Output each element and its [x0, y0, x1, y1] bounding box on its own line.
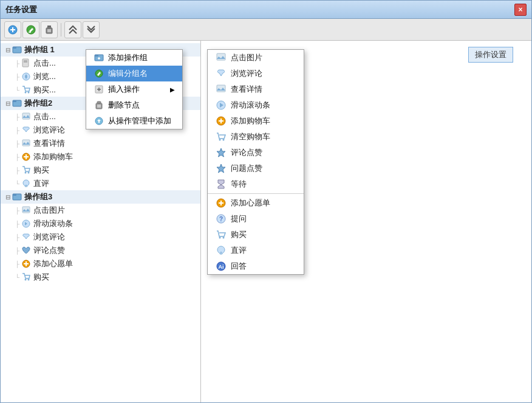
- add-from-manager-label: 从操作管理中添加: [108, 115, 171, 126]
- tree-item-2-4[interactable]: ├ 添加购物车: [1, 150, 200, 164]
- svg-rect-6: [47, 27, 51, 28]
- svg-rect-13: [22, 59, 29, 67]
- submenu-comment-like[interactable]: 评论点赞: [208, 145, 304, 160]
- click-img-icon: [21, 111, 32, 122]
- sm-ask-label: 提问: [231, 213, 247, 224]
- context-insert-op[interactable]: 插入操作 ▶: [86, 81, 182, 97]
- tree-item-3-2[interactable]: ├ 滑动滚动条: [1, 217, 200, 230]
- sm-view-detail-icon: [215, 83, 227, 95]
- insert-op-icon: [94, 84, 104, 95]
- context-add-group[interactable]: 添加操作组: [86, 50, 182, 66]
- browse-review-icon-3: [21, 232, 32, 243]
- submenu-answer[interactable]: Ai 回答: [208, 258, 304, 274]
- sm-clear-cart-icon: [215, 131, 227, 143]
- toolbar: [1, 19, 531, 41]
- sm-answer-icon: Ai: [215, 260, 227, 272]
- submenu-clear-cart[interactable]: 清空购物车: [208, 129, 304, 145]
- delete-node-icon: [94, 100, 104, 111]
- tree-item-3-6[interactable]: └ 购买: [1, 270, 200, 284]
- toolbar-separator-1: [61, 23, 61, 36]
- tree-item-3-4[interactable]: ├ 评论点赞: [1, 244, 200, 257]
- tree-item-3-3[interactable]: ├ 浏览评论: [1, 230, 200, 244]
- item-2-5-label: 购买: [33, 165, 49, 176]
- insert-op-label: 插入操作: [108, 84, 140, 95]
- wishlist-icon-3: [21, 258, 32, 269]
- submenu-click-img[interactable]: 点击图片: [208, 50, 304, 66]
- item-1-3-label: 购买...: [33, 84, 56, 95]
- item-3-4-label: 评论点赞: [33, 245, 65, 256]
- item-2-4-label: 添加购物车: [33, 151, 73, 162]
- submenu-buy[interactable]: 购买: [208, 227, 304, 243]
- submenu-question-like[interactable]: 问题点赞: [208, 160, 304, 176]
- tree-group-3[interactable]: ⊟ 操作组3: [1, 190, 200, 204]
- svg-point-70: [219, 237, 221, 239]
- sm-buy-icon: [215, 229, 227, 241]
- arrow-icon: ▶: [170, 86, 175, 93]
- tree-item-2-3[interactable]: ├ 查看详情: [1, 137, 200, 150]
- sm-question-like-label: 问题点赞: [231, 163, 262, 174]
- submenu-scroll[interactable]: 滑动滚动条: [208, 97, 304, 113]
- main-window: 任务设置 ×: [0, 0, 532, 403]
- add-button[interactable]: [4, 21, 21, 38]
- purchase-icon-3: [21, 272, 32, 283]
- item-1-1-label: 点击...: [33, 58, 56, 69]
- browse-review-icon: [21, 125, 32, 136]
- submenu-view-detail[interactable]: 查看详情: [208, 81, 304, 97]
- tree-item-2-5[interactable]: ├ 购买: [1, 164, 200, 177]
- submenu-browse-review[interactable]: 浏览评论: [208, 66, 304, 81]
- submenu-ask[interactable]: ? 提问: [208, 211, 304, 227]
- svg-rect-12: [13, 47, 16, 49]
- item-3-5-label: 添加心愿单: [33, 258, 73, 269]
- edit-button[interactable]: [22, 21, 39, 38]
- add-cart-icon: [21, 151, 32, 162]
- like-icon-3: [21, 245, 32, 256]
- view-detail-icon: [21, 138, 32, 149]
- buy-icon: [21, 84, 32, 95]
- delete-button[interactable]: [41, 21, 58, 38]
- edit-icon: [26, 25, 36, 35]
- svg-rect-21: [22, 113, 30, 119]
- add-group-label: 添加操作组: [108, 52, 148, 63]
- sm-browse-review-label: 浏览评论: [231, 68, 262, 79]
- sm-buy-label: 购买: [231, 229, 247, 240]
- svg-point-40: [28, 279, 30, 281]
- item-1-2-label: 浏览...: [33, 71, 56, 82]
- tree-item-2-6[interactable]: └ 直评: [1, 177, 200, 190]
- sm-wait-label: 等待: [231, 179, 247, 190]
- context-edit-group[interactable]: 编辑分组名: [86, 66, 182, 81]
- sm-scroll-icon: [215, 99, 227, 111]
- scroll-icon-3: [21, 218, 32, 229]
- sm-add-wishlist-label: 添加心愿单: [231, 198, 270, 208]
- context-menu: 添加操作组 编辑分组名 插入操作 ▶ 删除节点 从操作管理中添加: [86, 49, 183, 129]
- svg-rect-42: [95, 55, 98, 57]
- item-2-1-label: 点击...: [33, 111, 56, 122]
- svg-rect-33: [22, 207, 30, 213]
- submenu-wait[interactable]: 等待: [208, 176, 304, 192]
- submenu-direct-review[interactable]: 直评: [208, 243, 304, 258]
- submenu-add-wishlist[interactable]: 添加心愿单: [208, 195, 304, 211]
- collapse-all-button[interactable]: [83, 21, 100, 38]
- item-3-6-label: 购买: [33, 272, 49, 283]
- svg-rect-23: [22, 140, 30, 146]
- tree-item-3-5[interactable]: ├ 添加心愿单: [1, 257, 200, 270]
- svg-text:Ai: Ai: [219, 264, 224, 270]
- svg-point-71: [223, 237, 225, 239]
- submenu-add-cart[interactable]: 添加购物车: [208, 113, 304, 129]
- sm-direct-review-label: 直评: [231, 245, 247, 256]
- svg-rect-55: [217, 53, 225, 60]
- context-delete-node[interactable]: 删除节点: [86, 97, 182, 113]
- tree-item-3-1[interactable]: ├ 点击图片: [1, 204, 200, 217]
- connector: ⊟: [5, 47, 10, 53]
- svg-rect-50: [97, 102, 101, 103]
- delete-node-label: 删除节点: [108, 100, 140, 111]
- group-1-label: 操作组 1: [24, 44, 55, 55]
- insert-submenu: 点击图片 浏览评论 查看详情 滑动滚动条 添加购物车: [207, 49, 304, 275]
- svg-point-64: [223, 139, 225, 141]
- close-button[interactable]: ×: [514, 4, 527, 16]
- svg-point-63: [219, 139, 221, 141]
- purchase-icon: [21, 165, 32, 176]
- expand-all-button[interactable]: [64, 21, 81, 38]
- sm-click-img-icon: [215, 52, 227, 64]
- connector: ⊟: [5, 100, 10, 107]
- context-add-from-manager[interactable]: 从操作管理中添加: [86, 113, 182, 129]
